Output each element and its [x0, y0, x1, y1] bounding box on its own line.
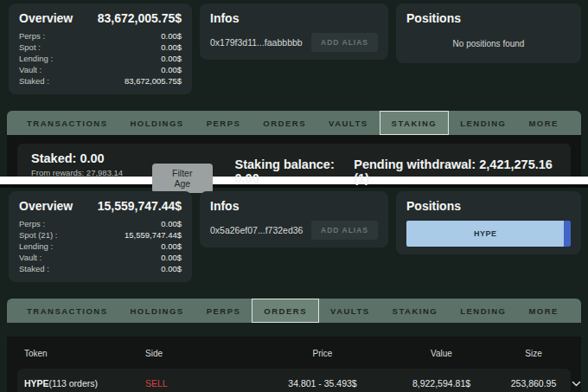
- header-token: Token: [24, 349, 145, 358]
- cell-token: HYPE(113 orders): [24, 378, 145, 389]
- overview-row-staked: Staked : 83,672,005.75$: [19, 75, 182, 87]
- row-value: 0.00$: [161, 42, 182, 53]
- row-label: Lending :: [19, 241, 53, 252]
- tab-orders[interactable]: ORDERS: [252, 111, 317, 135]
- token-order-count: (113 orders): [49, 378, 98, 389]
- overview-row-staked: Staked : 0.00$: [19, 263, 182, 274]
- row-label: Staked :: [19, 263, 49, 274]
- infos-address-row: 0x5a26ef07...f732ed36 ADD ALIAS: [210, 221, 378, 240]
- tab-perps[interactable]: PERPS: [195, 111, 252, 135]
- tab-more[interactable]: MORE: [517, 299, 570, 323]
- row-value: 0.00$: [161, 241, 182, 252]
- filter-age-button[interactable]: Filter Age: [152, 164, 212, 193]
- position-bar-segment-other[interactable]: [564, 221, 571, 247]
- row-value: 15,559,747.44$: [125, 229, 182, 241]
- overview-row-perps: Perps : 0.00$: [19, 30, 182, 42]
- row-label: Perps :: [19, 30, 45, 42]
- overview-header: Overview 83,672,005.75$: [19, 11, 182, 25]
- row-value: 83,672,005.75$: [125, 75, 182, 87]
- overview-breakdown: Perps : 0.00$ Spot (21) : 15,559,747.44$…: [19, 218, 182, 274]
- add-alias-button[interactable]: ADD ALIAS: [311, 33, 378, 52]
- overview-total-value: 83,672,005.75$: [98, 11, 182, 25]
- row-value: 0.00$: [161, 263, 182, 274]
- infos-title: Infos: [210, 11, 378, 25]
- row-value: 0.00$: [161, 218, 182, 229]
- infos-card: Infos 0x179f3d11...faabbbbb ADD ALIAS: [200, 3, 388, 60]
- infos-card: Infos 0x5a26ef07...f732ed36 ADD ALIAS: [200, 191, 388, 247]
- tab-transactions[interactable]: TRANSACTIONS: [16, 299, 118, 323]
- overview-card: Overview 83,672,005.75$ Perps : 0.00$ Sp…: [9, 3, 192, 94]
- header-price: Price: [258, 349, 387, 358]
- overview-row-lending: Lending : 0.00$: [19, 241, 182, 252]
- wallet-address[interactable]: 0x179f3d11...faabbbbb: [210, 37, 303, 48]
- overview-card: Overview 15,559,747.44$ Perps : 0.00$ Sp…: [9, 191, 192, 282]
- table-row[interactable]: HYPE(113 orders) SELL 34.801 - 35.493$ 8…: [17, 369, 571, 392]
- add-alias-button[interactable]: ADD ALIAS: [311, 221, 378, 240]
- tab-holdings[interactable]: HOLDINGS: [118, 299, 195, 323]
- infos-address-row: 0x179f3d11...faabbbbb ADD ALIAS: [210, 33, 378, 52]
- orders-table: Token Side Price Value Size HYPE(113 ord…: [7, 337, 581, 392]
- summary-cards-row: Overview 15,559,747.44$ Perps : 0.00$ Sp…: [0, 188, 588, 282]
- tab-transactions[interactable]: TRANSACTIONS: [16, 111, 118, 135]
- tab-vaults[interactable]: VAULTS: [317, 111, 380, 135]
- positions-card: Positions No positions found: [396, 3, 581, 63]
- staking-balance: Staking balance: 0.00: [235, 157, 355, 185]
- tab-staking[interactable]: STAKING: [380, 111, 450, 135]
- row-label: Vault :: [19, 64, 42, 75]
- overview-row-spot: Spot : 0.00$: [19, 42, 182, 53]
- positions-card: Positions HYPE: [396, 191, 581, 254]
- tab-bar: TRANSACTIONS HOLDINGS PERPS ORDERS VAULT…: [7, 111, 581, 135]
- positions-title: Positions: [406, 199, 571, 213]
- row-value: 0.00$: [161, 30, 182, 42]
- tab-bar: TRANSACTIONS HOLDINGS PERPS ORDERS VAULT…: [7, 299, 581, 323]
- summary-cards-row: Overview 83,672,005.75$ Perps : 0.00$ Sp…: [0, 0, 588, 94]
- overview-header: Overview 15,559,747.44$: [19, 199, 182, 213]
- orders-account-panel: Overview 15,559,747.44$ Perps : 0.00$ Sp…: [0, 188, 588, 392]
- staking-account-panel: Overview 83,672,005.75$ Perps : 0.00$ Sp…: [0, 0, 588, 177]
- position-bar-segment-hype[interactable]: HYPE: [406, 221, 564, 247]
- tab-vaults[interactable]: VAULTS: [319, 299, 381, 323]
- overview-title: Overview: [19, 11, 73, 25]
- row-label: Staked :: [19, 75, 49, 87]
- overview-row-perps: Perps : 0.00$: [19, 218, 182, 229]
- staked-from-rewards: From rewards: 27,983.14: [31, 168, 152, 177]
- cell-expand: [572, 378, 588, 389]
- tab-holdings[interactable]: HOLDINGS: [118, 111, 195, 135]
- overview-row-vault: Vault : 0.00$: [19, 252, 182, 263]
- overview-row-spot: Spot (21) : 15,559,747.44$: [19, 229, 182, 241]
- row-value: 0.00$: [161, 252, 182, 263]
- chevron-down-icon[interactable]: [572, 378, 581, 389]
- overview-title: Overview: [19, 199, 73, 213]
- wallet-address[interactable]: 0x5a26ef07...f732ed36: [210, 225, 303, 235]
- pending-withdrawal: Pending withdrawal: 2,421,275.16 (1): [354, 157, 557, 185]
- orders-table-header: Token Side Price Value Size: [7, 337, 581, 369]
- header-size: Size: [495, 349, 572, 358]
- tab-lending[interactable]: LENDING: [449, 299, 517, 323]
- cell-side: SELL: [145, 378, 258, 389]
- header-value: Value: [387, 349, 495, 358]
- overview-row-lending: Lending : 0.00$: [19, 53, 182, 64]
- overview-breakdown: Perps : 0.00$ Spot : 0.00$ Lending : 0.0…: [19, 30, 182, 87]
- token-name: HYPE: [24, 378, 49, 389]
- row-label: Lending :: [19, 53, 53, 64]
- row-value: 0.00$: [161, 64, 182, 75]
- cell-size: 253,860.95: [495, 378, 572, 389]
- infos-title: Infos: [210, 199, 378, 213]
- row-value: 0.00$: [161, 53, 182, 64]
- row-label: Spot (21) :: [19, 229, 57, 241]
- positions-title: Positions: [406, 11, 571, 25]
- tab-staking[interactable]: STAKING: [381, 299, 450, 323]
- tab-orders[interactable]: ORDERS: [252, 299, 319, 323]
- positions-distribution-bar: HYPE: [406, 221, 571, 247]
- tab-perps[interactable]: PERPS: [195, 299, 252, 323]
- cell-price: 34.801 - 35.493$: [258, 378, 387, 389]
- row-label: Spot :: [19, 42, 41, 53]
- row-label: Perps :: [19, 218, 45, 229]
- tab-lending[interactable]: LENDING: [449, 111, 517, 135]
- header-side: Side: [145, 349, 258, 358]
- positions-empty-text: No positions found: [406, 39, 571, 55]
- staked-amount: Staked: 0.00: [31, 151, 152, 165]
- cell-value: 8,922,594.81$: [387, 378, 495, 389]
- tab-more[interactable]: MORE: [517, 111, 570, 135]
- row-label: Vault :: [19, 252, 42, 263]
